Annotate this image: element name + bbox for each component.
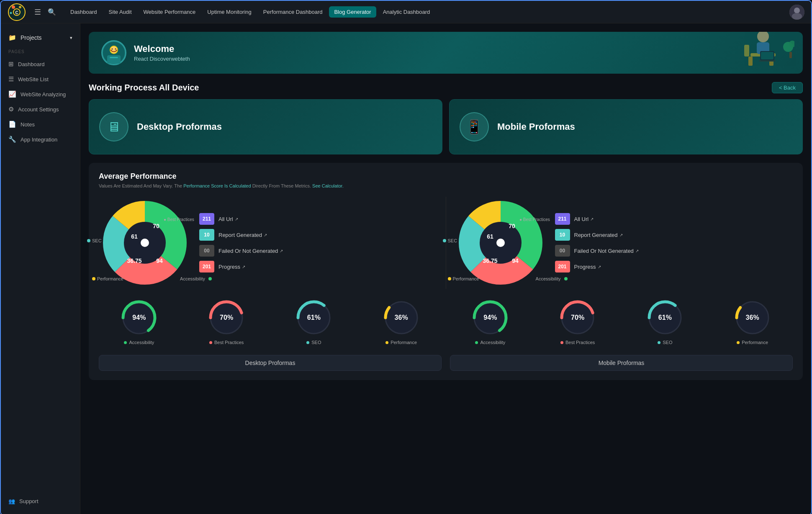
stat-badge-failed-mobile: 00 bbox=[555, 245, 570, 257]
meter-desktop-seo: 61% SEO bbox=[274, 299, 355, 345]
meter-mobile-performance: 36% Performance bbox=[712, 299, 793, 345]
svg-text:36.75: 36.75 bbox=[127, 257, 141, 264]
stat-label-all-url-mobile: All Url ↗ bbox=[574, 216, 594, 222]
avg-performance-subtitle: Values Are Estimated And May Vary. The P… bbox=[99, 183, 793, 188]
stat-progress-desktop[interactable]: 201 Progress ↗ bbox=[199, 261, 283, 272]
welcome-illustration bbox=[727, 32, 794, 74]
app-integration-icon: 🔧 bbox=[8, 136, 16, 143]
proforma-card-desktop[interactable]: 🖥 Desktop Proformas bbox=[89, 99, 442, 154]
website-analyzing-icon: 📈 bbox=[8, 90, 16, 98]
stat-badge-report-gen-desktop: 10 bbox=[199, 229, 214, 241]
meter-label-mobile-performance: Performance bbox=[737, 340, 768, 345]
hamburger-icon[interactable]: ☰ bbox=[34, 8, 41, 17]
svg-point-8 bbox=[792, 13, 802, 20]
meter-mobile-best-practices: 70% Best Practices bbox=[537, 299, 618, 345]
meter-value-mobile-best-practices: 70% bbox=[571, 314, 584, 321]
sidebar-item-account-settings[interactable]: ⚙ Account Settings bbox=[1, 102, 80, 117]
avg-performance-card: Average Performance Values Are Estimated… bbox=[89, 163, 803, 380]
sidebar-item-notes[interactable]: 📄 Notes bbox=[1, 117, 80, 132]
desktop-sec-label: SEC bbox=[87, 238, 102, 243]
svg-rect-17 bbox=[748, 57, 753, 66]
bottom-buttons: Desktop Proformas Mobile Proformas bbox=[99, 355, 793, 371]
sidebar-item-website-list[interactable]: ☰ WebSite List bbox=[1, 72, 80, 87]
sidebar-label-support: Support bbox=[19, 498, 39, 504]
svg-text:C: C bbox=[15, 10, 18, 15]
projects-chevron: ▾ bbox=[70, 35, 72, 41]
meter-circle-mobile-performance: 36% bbox=[734, 299, 771, 337]
svg-rect-19 bbox=[744, 45, 749, 57]
nav-blog-generator[interactable]: Blog Generator bbox=[329, 6, 376, 18]
welcome-subtitle: React Discoverwebteth bbox=[134, 56, 190, 62]
stat-progress-mobile[interactable]: 201 Progress ↗ bbox=[555, 261, 639, 272]
mobile-accessibility-label: Accessibility bbox=[536, 276, 568, 281]
stat-report-gen-desktop[interactable]: 10 Report Generated ↗ bbox=[199, 229, 283, 241]
main-content: Welcome React Discoverwebteth bbox=[80, 23, 811, 514]
mobile-pie-svg: 70 61 36.75 94 ● Best Practices bbox=[455, 197, 547, 289]
desktop-meters-section: 94% Accessibility bbox=[99, 299, 442, 352]
sidebar-label-website-analyzing: WebSite Analyzing bbox=[21, 91, 66, 98]
welcome-text: Welcome React Discoverwebteth bbox=[134, 44, 190, 62]
nav-links: Dashboard Site Audit Website Performance… bbox=[65, 6, 787, 18]
account-settings-icon: ⚙ bbox=[8, 105, 14, 113]
meter-circle-desktop-accessibility: 94% bbox=[120, 299, 158, 337]
stat-label-failed-desktop: Failed Or Not Generated ↗ bbox=[218, 248, 283, 254]
calculator-link[interactable]: See Calculator. bbox=[312, 183, 344, 188]
section-title: Working Process All Device bbox=[89, 83, 199, 93]
avatar[interactable] bbox=[789, 5, 804, 20]
svg-point-4 bbox=[10, 12, 12, 14]
svg-text:36.75: 36.75 bbox=[483, 257, 497, 264]
logo[interactable]: C bbox=[8, 3, 26, 21]
bottom-btn-desktop[interactable]: Desktop Proformas bbox=[99, 355, 442, 371]
mobile-chart-section: SEC Performance Accessibility bbox=[455, 197, 793, 289]
svg-rect-24 bbox=[759, 60, 776, 62]
nav-dashboard[interactable]: Dashboard bbox=[65, 6, 102, 18]
sidebar-projects[interactable]: 📁 Projects ▾ bbox=[1, 30, 80, 45]
nav-analytic-dashboard[interactable]: Analytic Dashboard bbox=[378, 6, 435, 18]
nav-site-audit[interactable]: Site Audit bbox=[104, 6, 137, 18]
meter-circle-mobile-accessibility: 94% bbox=[471, 299, 509, 337]
mobile-meters-section: 94% Accessibility bbox=[450, 299, 793, 352]
meter-circle-mobile-best-practices: 70% bbox=[559, 299, 596, 337]
stat-label-failed-mobile: Failed Or Not Generated ↗ bbox=[574, 248, 639, 254]
meter-value-desktop-accessibility: 94% bbox=[132, 314, 146, 321]
stat-report-gen-mobile[interactable]: 10 Report Generated ↗ bbox=[555, 229, 639, 241]
stat-all-url-desktop[interactable]: 211 All Url ↗ bbox=[199, 213, 283, 225]
sidebar-item-dashboard[interactable]: ⊞ Dashboard bbox=[1, 57, 80, 72]
sidebar-item-app-integration[interactable]: 🔧 App Integration bbox=[1, 132, 80, 147]
nav-performance-dashboard[interactable]: Performance Dashboard bbox=[258, 6, 328, 18]
stat-all-url-mobile[interactable]: 211 All Url ↗ bbox=[555, 213, 639, 225]
svg-text:61: 61 bbox=[487, 233, 493, 240]
stat-failed-mobile[interactable]: 00 Failed Or Not Generated ↗ bbox=[555, 245, 639, 257]
bottom-btn-mobile[interactable]: Mobile Proformas bbox=[450, 355, 793, 371]
stat-badge-report-gen-mobile: 10 bbox=[555, 229, 570, 241]
nav-website-performance[interactable]: Website Performance bbox=[139, 6, 201, 18]
desktop-meters-row: 94% Accessibility bbox=[99, 299, 442, 345]
desktop-chart-section: SEC Performance Accessibility bbox=[99, 197, 437, 289]
desktop-icon: 🖥 bbox=[99, 112, 128, 141]
stat-failed-desktop[interactable]: 00 Failed Or Not Generated ↗ bbox=[199, 245, 283, 257]
search-icon[interactable]: 🔍 bbox=[48, 8, 56, 16]
topnav: C ☰ 🔍 Dashboard Site Audit Website Perfo… bbox=[1, 1, 811, 23]
website-list-icon: ☰ bbox=[8, 75, 14, 83]
mobile-proforma-label: Mobile Proformas bbox=[497, 121, 575, 132]
mobile-performance-label: Performance bbox=[448, 276, 479, 281]
proforma-card-mobile[interactable]: 📱 Mobile Proformas bbox=[449, 99, 803, 154]
svg-point-14 bbox=[112, 49, 113, 50]
stat-badge-progress-mobile: 201 bbox=[555, 261, 570, 272]
meter-label-desktop-best-practices: Best Practices bbox=[209, 340, 244, 345]
svg-text:94: 94 bbox=[156, 257, 163, 264]
desktop-proforma-label: Desktop Proformas bbox=[137, 121, 222, 132]
stat-label-report-gen-desktop: Report Generated ↗ bbox=[218, 232, 267, 238]
perf-score-link[interactable]: Performance Score Is Calculated bbox=[183, 183, 251, 188]
svg-rect-12 bbox=[110, 57, 118, 58]
back-button[interactable]: < Back bbox=[772, 82, 803, 93]
nav-uptime-monitoring[interactable]: Uptime Monitoring bbox=[202, 6, 257, 18]
stat-badge-all-url-mobile: 211 bbox=[555, 213, 570, 225]
sidebar-item-website-analyzing[interactable]: 📈 WebSite Analyzing bbox=[1, 87, 80, 102]
mobile-icon: 📱 bbox=[460, 112, 489, 141]
sidebar-section-label: PAGES bbox=[1, 45, 80, 57]
support-icon: 👥 bbox=[8, 498, 15, 504]
sidebar-support[interactable]: 👥 Support bbox=[1, 494, 80, 508]
svg-point-13 bbox=[110, 46, 117, 53]
mobile-sec-label: SEC bbox=[443, 238, 457, 243]
